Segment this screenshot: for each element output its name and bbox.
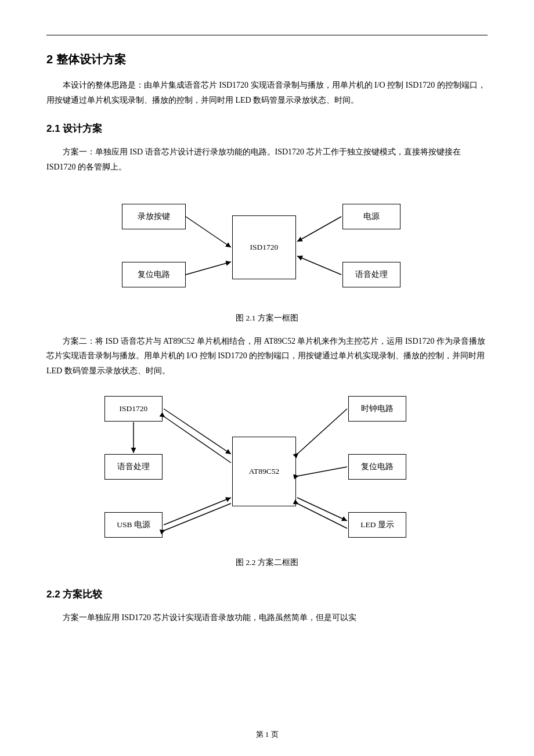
top-divider	[46, 35, 488, 35]
diagram1-container: 录放按键 复位电路 ISD1720 电源 语音处理	[46, 186, 488, 329]
svg-line-3	[297, 256, 341, 275]
box-isd1720: ISD1720	[232, 215, 296, 279]
svg-line-4	[164, 409, 231, 454]
section2-heading: 2 整体设计方案	[46, 52, 488, 67]
box-dianyuan: 电源	[342, 204, 400, 229]
svg-line-1	[186, 262, 231, 275]
section22-heading: 2.2 方案比较	[46, 588, 488, 601]
svg-line-5	[164, 416, 231, 463]
box-yuyinchuli: 语音处理	[342, 262, 400, 287]
section2-paragraph: 本设计的整体思路是：由单片集成语音芯片 ISD1720 实现语音录制与播放，用单…	[46, 78, 488, 108]
svg-line-2	[297, 217, 341, 242]
box2-at89c52: AT89C52	[232, 437, 296, 506]
diagram2-caption: 图 2.2 方案二框图	[236, 557, 298, 568]
diagram2-container: ISD1720 语音处理 USB 电源 AT89C52 时钟电路 复位电路	[46, 390, 488, 574]
svg-line-12	[297, 503, 347, 528]
box2-led: LED 显示	[348, 512, 406, 538]
section22-paragraph: 方案一单独应用 ISD1720 芯片设计实现语音录放功能，电路虽然简单，但是可以…	[46, 610, 488, 625]
svg-line-8	[164, 503, 231, 531]
svg-line-10	[297, 467, 347, 476]
page: 2 整体设计方案 本设计的整体思路是：由单片集成语音芯片 ISD1720 实现语…	[0, 0, 534, 756]
section21-paragraph1: 方案一：单独应用 ISD 语音芯片设计进行录放功能的电路。ISD1720 芯片工…	[46, 145, 488, 175]
svg-line-0	[186, 217, 231, 247]
box2-shizong: 时钟电路	[348, 396, 406, 422]
diagram1-caption: 图 2.1 方案一框图	[236, 313, 298, 323]
diagram2: ISD1720 语音处理 USB 电源 AT89C52 时钟电路 复位电路	[99, 390, 435, 553]
section21-paragraph2: 方案二：将 ISD 语音芯片与 AT89C52 单片机相结合，用 AT89C52…	[46, 334, 488, 379]
svg-line-11	[297, 498, 347, 521]
svg-line-7	[164, 498, 231, 525]
box2-usb: USB 电源	[104, 512, 163, 538]
page-number: 第 1 页	[0, 729, 534, 740]
box-fuweidianlu: 复位电路	[122, 262, 186, 287]
diagram1: 录放按键 复位电路 ISD1720 电源 语音处理	[116, 186, 418, 308]
box2-isd1720: ISD1720	[104, 396, 163, 422]
svg-line-9	[297, 409, 347, 454]
section21-heading: 2.1 设计方案	[46, 122, 488, 135]
box2-yuyinchuli: 语音处理	[104, 454, 163, 480]
box2-fuwei: 复位电路	[348, 454, 406, 480]
box-lufanganjian: 录放按键	[122, 204, 186, 229]
